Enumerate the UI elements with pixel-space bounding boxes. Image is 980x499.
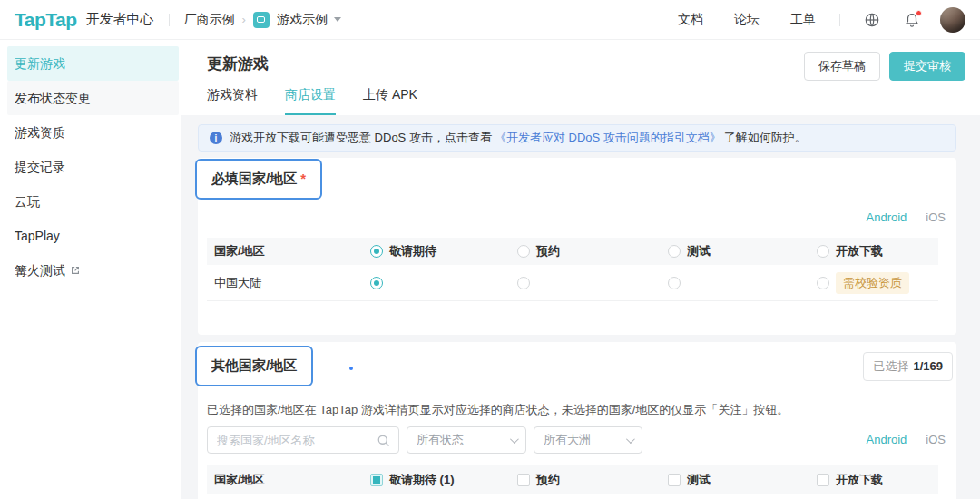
checkbox-testing[interactable] — [668, 474, 681, 486]
nav-forum[interactable]: 论坛 — [734, 12, 760, 28]
column-country: 国家/地区 — [214, 472, 265, 488]
radio-open-download-all[interactable] — [817, 245, 829, 258]
required-countries-section: 必填国家/地区* Android iOS 国家/地区 敬请期待 预约 — [198, 158, 956, 335]
column-open-download: 开放下载 — [817, 243, 883, 259]
column-open-download: 开放下载 — [817, 472, 883, 488]
header-actions: 保存草稿 提交审核 — [804, 52, 965, 81]
radio-testing-all[interactable] — [668, 245, 681, 258]
divider — [169, 14, 170, 26]
platform-ios[interactable]: iOS — [926, 210, 946, 224]
column-country: 国家/地区 — [214, 243, 265, 259]
tab-game-info[interactable]: 游戏资料 — [207, 87, 258, 115]
required-countries-title-box: 必填国家/地区* — [195, 159, 322, 200]
divider — [916, 435, 916, 445]
selected-count-badge: 已选择1/169 — [863, 352, 953, 381]
taptap-developer-center: TapTap 开发者中心 厂商示例 › 游戏示例 文档 论坛 工单 — [0, 0, 980, 499]
tab-bar: 游戏资料 商店设置 上传 APK — [207, 87, 417, 115]
status-filter-select[interactable]: 所有状态 — [407, 426, 526, 454]
chevron-down-icon — [626, 435, 635, 444]
section-description: 已选择的国家/地区在 TapTap 游戏详情页显示对应选择的商店状态，未选择的国… — [207, 402, 789, 418]
column-preorder: 预约 — [517, 472, 560, 488]
search-icon — [377, 434, 390, 447]
chevron-right-icon: › — [242, 13, 246, 26]
breadcrumb-game[interactable]: 游戏示例 — [277, 12, 328, 28]
country-search-box — [207, 426, 399, 454]
column-testing: 测试 — [668, 472, 710, 488]
tab-upload-apk[interactable]: 上传 APK — [363, 87, 417, 115]
top-bar: TapTap 开发者中心 厂商示例 › 游戏示例 文档 论坛 工单 — [0, 0, 980, 40]
sidebar-item-cloud-play[interactable]: 云玩 — [7, 184, 179, 219]
nav-docs[interactable]: 文档 — [678, 12, 703, 28]
divider — [916, 212, 916, 223]
radio-china-coming-soon[interactable] — [370, 277, 383, 289]
tab-store-settings[interactable]: 商店设置 — [285, 87, 336, 115]
column-preorder: 预约 — [517, 243, 560, 259]
main-content: 更新游戏 保存草稿 提交审核 游戏资料 商店设置 上传 APK i 游戏开放下载… — [181, 40, 980, 499]
continent-filter-select[interactable]: 所有大洲 — [534, 426, 642, 454]
ddos-info-banner: i 游戏开放下载可能遭受恶意 DDoS 攻击，点击查看 《开发者应对 DDoS … — [198, 124, 956, 152]
radio-preorder-all[interactable] — [517, 245, 530, 258]
ddos-guide-link[interactable]: 《开发者应对 DDoS 攻击问题的指引文档》 — [495, 130, 721, 146]
taptap-logo[interactable]: TapTap — [15, 9, 77, 31]
product-name: 开发者中心 — [86, 11, 154, 28]
required-asterisk: * — [300, 171, 306, 186]
cursor-dot — [349, 367, 353, 370]
other-table-header: 国家/地区 敬请期待 (1) 预约 测试 开放下载 — [207, 465, 938, 494]
notification-bell-icon[interactable] — [904, 12, 920, 28]
radio-china-open-download[interactable] — [817, 277, 829, 289]
other-countries-title-box: 其他国家/地区 — [195, 346, 313, 386]
required-table-header: 国家/地区 敬请期待 预约 测试 开放下载 — [207, 238, 938, 265]
banner-text-prefix: 游戏开放下载可能遭受恶意 DDoS 攻击，点击查看 — [230, 130, 492, 146]
game-app-icon — [253, 12, 270, 28]
filter-row: 所有状态 所有大洲 — [207, 426, 642, 454]
sidebar-item-tapplay[interactable]: TapPlay — [7, 219, 179, 253]
radio-china-preorder[interactable] — [517, 277, 530, 289]
selected-count-label: 已选择 — [873, 359, 908, 373]
caret-down-icon[interactable] — [334, 17, 341, 22]
table-row-mainland-china: 中国大陆 需校验资质 — [207, 265, 938, 301]
page-title: 更新游戏 — [207, 54, 269, 74]
selected-count-value: 1/169 — [913, 359, 943, 373]
other-countries-section: 其他国家/地区 已选择1/169 已选择的国家/地区在 TapTap 游戏详情页… — [198, 342, 956, 499]
banner-text-suffix: 了解如何防护。 — [724, 130, 807, 146]
sidebar-item-bonfire-test[interactable]: 篝火测试 — [7, 253, 179, 288]
sidebar-item-game-qualification[interactable]: 游戏资质 — [7, 115, 179, 150]
sidebar-item-update-game[interactable]: 更新游戏 — [7, 46, 179, 81]
divider — [839, 14, 840, 26]
page-header: 更新游戏 保存草稿 提交审核 游戏资料 商店设置 上传 APK — [181, 40, 980, 115]
top-nav: 文档 论坛 工单 — [647, 7, 965, 33]
nav-tickets[interactable]: 工单 — [790, 12, 816, 28]
platform-switch: Android iOS — [867, 210, 946, 224]
section-title: 其他国家/地区 — [211, 357, 297, 373]
section-title: 必填国家/地区 — [211, 171, 297, 186]
checkbox-preorder[interactable] — [517, 474, 530, 486]
checkbox-open-download[interactable] — [817, 474, 829, 486]
sidebar-item-submission-history[interactable]: 提交记录 — [7, 150, 179, 184]
breadcrumb-vendor[interactable]: 厂商示例 — [184, 12, 235, 28]
notification-dot — [916, 10, 922, 16]
country-search-input[interactable] — [208, 427, 398, 453]
platform-switch: Android iOS — [867, 433, 946, 446]
user-avatar[interactable] — [940, 7, 965, 33]
column-coming-soon: 敬请期待 (1) — [370, 472, 455, 488]
column-coming-soon: 敬请期待 — [370, 243, 436, 259]
radio-china-testing[interactable] — [668, 277, 681, 289]
chevron-down-icon — [510, 435, 519, 444]
column-testing: 测试 — [668, 243, 710, 259]
platform-android[interactable]: Android — [867, 433, 907, 446]
checkbox-coming-soon[interactable] — [370, 474, 383, 486]
sidebar: 更新游戏 发布状态变更 游戏资质 提交记录 云玩 TapPlay 篝火测试 — [0, 40, 181, 499]
platform-ios[interactable]: iOS — [926, 433, 946, 446]
sidebar-item-release-status[interactable]: 发布状态变更 — [7, 81, 179, 115]
external-link-icon — [70, 265, 81, 276]
platform-android[interactable]: Android — [867, 210, 907, 224]
radio-coming-soon-all[interactable] — [370, 245, 383, 258]
language-globe-icon[interactable] — [864, 12, 880, 28]
submit-review-button[interactable]: 提交审核 — [889, 52, 965, 81]
country-name: 中国大陆 — [214, 275, 261, 291]
qualification-required-badge: 需校验资质 — [836, 272, 909, 294]
save-draft-button[interactable]: 保存草稿 — [804, 52, 880, 81]
info-icon: i — [210, 132, 222, 144]
